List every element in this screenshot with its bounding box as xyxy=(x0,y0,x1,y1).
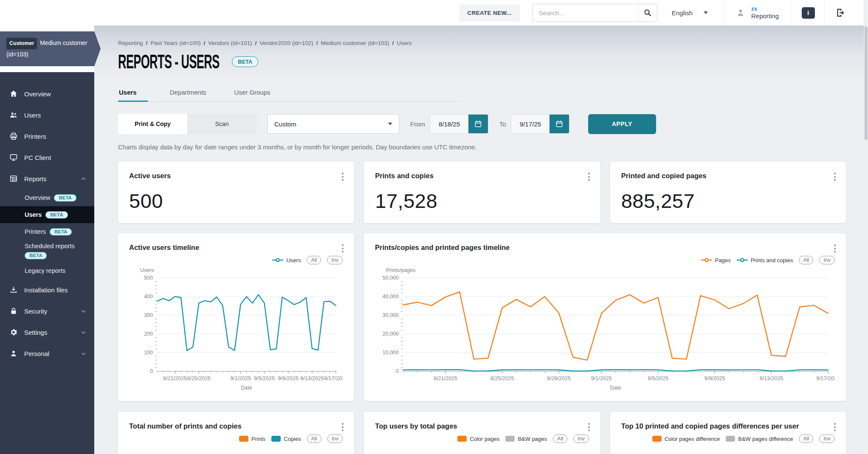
stat-value: 500 xyxy=(129,189,343,213)
legend-item-color-pages-diff[interactable]: Color pages difference xyxy=(652,436,720,442)
legend-all-pill[interactable]: All xyxy=(307,434,321,443)
breadcrumb-link[interactable]: Vendor2020 (id=102) xyxy=(259,40,313,46)
breadcrumb-link[interactable]: Medium customer (id=103) xyxy=(321,40,389,46)
svg-text:400: 400 xyxy=(144,294,153,300)
topbar: CREATE NEW... English xyxy=(0,0,868,25)
card-menu-button[interactable] xyxy=(339,242,346,255)
calendar-icon xyxy=(555,120,564,128)
sidebar-item-reports[interactable]: Reports xyxy=(0,168,94,189)
sidebar-item-pc-client[interactable]: PC Client xyxy=(0,147,94,168)
scrollbar-thumb[interactable] xyxy=(865,26,868,140)
svg-text:500: 500 xyxy=(144,275,153,281)
date-range-select[interactable]: Custom xyxy=(268,114,399,134)
printer-icon xyxy=(9,132,18,140)
sidebar-subitem-reports-printers[interactable]: Printers BETA xyxy=(0,223,94,240)
sidebar-subitem-reports-users[interactable]: Users BETA xyxy=(0,206,94,223)
prints-pages-timeline-card: Prints/copies and printed pages timeline… xyxy=(364,233,846,401)
card-menu-button[interactable] xyxy=(831,420,838,434)
legend-inv-pill[interactable]: Inv xyxy=(819,256,835,264)
create-new-button[interactable]: CREATE NEW... xyxy=(459,4,520,22)
user-menu[interactable]: zs Reporting xyxy=(723,0,792,25)
legend-item-bw-pages-diff[interactable]: B&W pages difference xyxy=(726,436,793,442)
monitor-icon xyxy=(9,153,18,162)
sidebar-item-security[interactable]: Security xyxy=(0,300,94,322)
card-menu-button[interactable] xyxy=(831,170,838,183)
mode-print-copy-button[interactable]: Print & Copy xyxy=(118,114,187,134)
language-label: English xyxy=(672,9,693,17)
language-selector[interactable]: English xyxy=(657,0,722,25)
sidebar-subitem-scheduled-reports[interactable]: Scheduled reports BETA xyxy=(0,240,94,262)
from-date-input[interactable] xyxy=(430,115,468,133)
legend-all-pill[interactable]: All xyxy=(307,256,321,264)
legend-item-bw-pages[interactable]: B&W pages xyxy=(505,436,547,442)
mode-scan-button[interactable]: Scan xyxy=(187,114,256,134)
legend-inv-pill[interactable]: Inv xyxy=(327,434,343,443)
total-prints-copies-card: Total number of prints and copies Prints… xyxy=(118,412,354,454)
filter-bar: Print & Copy Scan Custom From xyxy=(118,114,846,134)
sidebar-subitem-reports-overview[interactable]: Overview BETA xyxy=(0,189,94,206)
svg-text:9/17/2025: 9/17/2025 xyxy=(816,376,835,381)
chart-legend: Prints Copies All Inv xyxy=(129,434,343,444)
legend-item-prints-copies[interactable]: Prints and copies xyxy=(737,257,793,263)
tab-departments[interactable]: Departments xyxy=(164,85,212,102)
sidebar-subitem-label: Overview xyxy=(25,194,50,201)
to-calendar-button[interactable] xyxy=(550,115,569,133)
card-menu-button[interactable] xyxy=(339,420,346,434)
card-menu-button[interactable] xyxy=(339,170,346,183)
svg-text:300: 300 xyxy=(144,312,153,318)
sidebar-item-overview[interactable]: Overview xyxy=(0,83,94,104)
legend-item-prints[interactable]: Prints xyxy=(239,436,265,442)
from-label: From xyxy=(410,121,425,128)
sidebar-item-personal[interactable]: Personal xyxy=(0,343,94,364)
sidebar-item-printers[interactable]: Printers xyxy=(0,126,94,147)
breadcrumb-link[interactable]: Past Years (id=100) xyxy=(150,40,200,46)
legend-all-pill[interactable]: All xyxy=(553,434,567,443)
sidebar-item-label: Settings xyxy=(24,329,47,336)
breadcrumb-link[interactable]: Reporting xyxy=(118,40,143,46)
tab-user-groups[interactable]: User Groups xyxy=(228,85,276,102)
active-users-chart: 01002003004005008/21/20258/25/20259/1/20… xyxy=(129,265,343,392)
legend-item-color-pages[interactable]: Color pages xyxy=(457,436,499,442)
legend-label: Copies xyxy=(284,436,301,442)
svg-text:8/21/2025: 8/21/2025 xyxy=(434,376,457,381)
svg-text:9/1/2025: 9/1/2025 xyxy=(230,376,251,381)
search-input[interactable] xyxy=(533,4,638,21)
svg-text:9/13/2025: 9/13/2025 xyxy=(760,376,783,381)
from-calendar-button[interactable] xyxy=(468,115,488,133)
svg-text:100: 100 xyxy=(144,350,153,356)
legend-all-pill[interactable]: All xyxy=(799,256,813,264)
legend-all-pill[interactable]: All xyxy=(799,434,813,443)
sidebar-subitem-legacy-reports[interactable]: Legacy reports xyxy=(0,262,94,279)
card-menu-button[interactable] xyxy=(831,242,838,255)
breadcrumb-link[interactable]: Vendors (id=101) xyxy=(208,40,252,46)
help-manual-button[interactable]: i xyxy=(792,0,824,25)
swatch-marker xyxy=(726,436,735,442)
legend-inv-pill[interactable]: Inv xyxy=(327,256,343,264)
card-menu-button[interactable] xyxy=(586,170,592,183)
app-window: CREATE NEW... English xyxy=(0,0,868,454)
logout-button[interactable] xyxy=(825,0,857,25)
legend-inv-pill[interactable]: Inv xyxy=(573,434,589,443)
top10-pages-differences-card: Top 10 printed and copied pages differen… xyxy=(610,412,846,454)
breadcrumb-separator: / xyxy=(146,40,148,46)
search-button[interactable] xyxy=(638,4,657,21)
sidebar-item-settings[interactable]: Settings xyxy=(0,322,94,343)
chart-legend: Users All Inv xyxy=(129,255,343,265)
legend-item-pages[interactable]: Pages xyxy=(701,257,731,263)
sidebar-item-installation-files[interactable]: Installation files xyxy=(0,279,94,300)
card-menu-button[interactable] xyxy=(586,420,592,434)
chart-title: Prints/copies and printed pages timeline xyxy=(375,244,835,252)
legend-inv-pill[interactable]: Inv xyxy=(819,434,835,443)
apply-button[interactable]: APPLY xyxy=(588,114,656,134)
legend-item-copies[interactable]: Copies xyxy=(271,436,301,442)
stat-card-active-users: Active users 500 xyxy=(118,162,354,223)
date-to-group: To xyxy=(499,114,569,134)
beta-badge: BETA xyxy=(45,211,68,219)
sidebar-item-users[interactable]: Users xyxy=(0,104,94,126)
legend-item-users[interactable]: Users xyxy=(272,257,301,263)
to-date-input[interactable] xyxy=(511,115,550,133)
tab-users[interactable]: Users xyxy=(118,85,148,102)
scrollbar[interactable] xyxy=(864,0,868,454)
line-circle-marker xyxy=(737,258,748,262)
svg-text:8/21/2025: 8/21/2025 xyxy=(163,376,187,381)
